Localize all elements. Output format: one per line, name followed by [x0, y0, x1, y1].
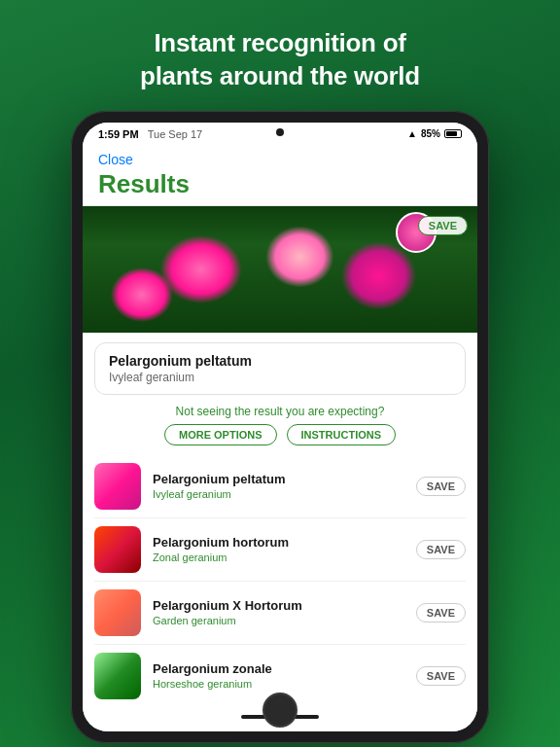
save-button-2[interactable]: SAVE: [416, 603, 466, 622]
plant-thumb: [94, 463, 141, 510]
app-content: Close Results SAVE Pelargonium peltatum …: [83, 144, 477, 702]
save-button-0[interactable]: SAVE: [416, 477, 466, 496]
plant-name: Pelargonium peltatum: [153, 472, 416, 486]
battery-bar: [444, 129, 462, 138]
plant-common: Garden geranium: [153, 615, 416, 626]
more-options-button[interactable]: MORE OPTIONS: [164, 424, 277, 445]
ipad-home-button[interactable]: [262, 693, 298, 728]
hero-image: SAVE: [83, 206, 477, 333]
instructions-button[interactable]: INSTRUCTIONS: [287, 424, 397, 445]
page-header: Instant recognition of plants around the…: [140, 0, 420, 111]
save-hero-button[interactable]: SAVE: [418, 216, 468, 235]
plant-thumb: [94, 589, 141, 636]
plant-info: Pelargonium zonale Horseshoe geranium: [153, 661, 416, 690]
top-result-name: Pelargonium peltatum: [109, 353, 451, 369]
app-header: Close Results: [83, 144, 477, 206]
camera-dot: [276, 128, 284, 136]
plant-thumb: [94, 653, 141, 699]
plant-common: Horseshoe geranium: [153, 678, 416, 690]
results-title: Results: [98, 169, 462, 199]
wifi-icon: ▲: [407, 128, 417, 139]
ipad-screen: 1:59 PM Tue Sep 17 ▲ 85% Close Results: [83, 123, 477, 731]
battery-icon: 85%: [421, 128, 440, 139]
plant-name: Pelargonium zonale: [153, 661, 416, 676]
page-title: Instant recognition of plants around the…: [140, 27, 420, 93]
plant-name: Pelargonium X Hortorum: [153, 598, 416, 613]
plant-item[interactable]: Pelargonium peltatum Ivyleaf geranium SA…: [94, 455, 466, 518]
not-seeing-text: Not seeing the result you are expecting?: [83, 405, 477, 418]
plant-thumb: [94, 526, 141, 573]
plant-item[interactable]: Pelargonium hortorum Zonal geranium SAVE: [94, 518, 466, 582]
plant-common: Zonal geranium: [153, 551, 416, 563]
save-button-1[interactable]: SAVE: [416, 540, 466, 559]
top-result-common: Ivyleaf geranium: [109, 371, 451, 384]
plant-common: Ivyleaf geranium: [153, 488, 416, 500]
plant-list: Pelargonium peltatum Ivyleaf geranium SA…: [83, 455, 477, 702]
status-time: 1:59 PM Tue Sep 17: [98, 128, 202, 140]
plant-name: Pelargonium hortorum: [153, 535, 416, 550]
options-row: MORE OPTIONS INSTRUCTIONS: [83, 424, 477, 445]
save-button-3[interactable]: SAVE: [416, 666, 466, 686]
plant-info: Pelargonium peltatum Ivyleaf geranium: [153, 472, 416, 500]
close-button[interactable]: Close: [98, 152, 462, 167]
plant-info: Pelargonium X Hortorum Garden geranium: [153, 598, 416, 626]
plant-item[interactable]: Pelargonium X Hortorum Garden geranium S…: [94, 582, 466, 645]
top-result-card: Pelargonium peltatum Ivyleaf geranium: [94, 342, 466, 395]
status-icons: ▲ 85%: [407, 128, 462, 139]
plant-info: Pelargonium hortorum Zonal geranium: [153, 535, 416, 563]
ipad-frame: 1:59 PM Tue Sep 17 ▲ 85% Close Results: [71, 111, 489, 743]
